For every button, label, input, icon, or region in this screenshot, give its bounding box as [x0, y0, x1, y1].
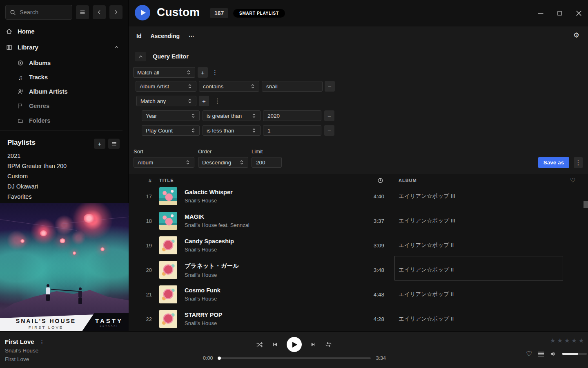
rule-field-select[interactable]: Year: [142, 110, 200, 121]
star-icon[interactable]: ★: [579, 337, 584, 344]
artist-icon: [17, 88, 24, 95]
volume-slider[interactable]: [562, 353, 587, 355]
column-favorite[interactable]: ♡: [562, 177, 588, 184]
play-icon: [141, 10, 146, 16]
rule-field-select[interactable]: Album Artist: [136, 81, 196, 92]
playlist-item-custom[interactable]: Custom: [7, 171, 28, 181]
play-button[interactable]: [287, 337, 302, 352]
now-playing-menu-button[interactable]: ⋮: [39, 339, 45, 345]
volume-button[interactable]: [550, 351, 557, 357]
star-icon[interactable]: ★: [564, 337, 570, 344]
sidebar-item-tracks[interactable]: ♫ Tracks: [0, 71, 128, 83]
previous-button[interactable]: [272, 341, 278, 348]
column-album[interactable]: ALBUM: [399, 178, 562, 183]
playlist-view-button[interactable]: [108, 139, 120, 149]
previous-icon: [272, 341, 278, 348]
back-button[interactable]: [93, 5, 106, 19]
sidebar-item-folders[interactable]: Folders: [0, 114, 128, 127]
seek-thumb[interactable]: [218, 357, 221, 360]
track-number: 20: [129, 267, 152, 273]
track-artist: Snail’s House: [185, 272, 344, 278]
add-rule-button[interactable]: +: [198, 67, 208, 78]
remove-rule-button[interactable]: −: [324, 125, 334, 136]
playlist-item-bpm[interactable]: BPM Greater than 200: [7, 161, 67, 171]
table-row[interactable]: 19 Candy SpaceshipSnail’s House 3:09 エイリ…: [129, 233, 588, 258]
queue-button[interactable]: [537, 351, 545, 357]
elapsed-time: 0:00: [203, 355, 213, 361]
repeat-button[interactable]: [325, 341, 332, 348]
flag-icon: [17, 103, 24, 109]
rule-operator-select[interactable]: contains: [199, 81, 259, 92]
rule-value-input[interactable]: [263, 125, 321, 136]
sidebar-item-genres[interactable]: Genres: [0, 100, 128, 112]
query-editor-collapse-button[interactable]: [135, 52, 146, 61]
sort-field-button[interactable]: Id: [136, 33, 141, 39]
rule-operator-select[interactable]: is less than: [203, 125, 261, 136]
table-row[interactable]: 17 Galactic WhisperSnail’s House 4:40 エイ…: [129, 187, 588, 209]
chevron-up-icon: [114, 45, 119, 50]
sidebar-item-album-artists[interactable]: Album Artists: [0, 85, 128, 98]
album-cover-thumb: [159, 310, 177, 328]
sidebar-item-label: Albums: [29, 60, 51, 66]
group-menu-button[interactable]: ⋮: [214, 98, 220, 104]
seek-slider[interactable]: [218, 357, 370, 359]
add-playlist-button[interactable]: +: [94, 139, 105, 149]
table-row[interactable]: 20 プラネット・ガールSnail’s House 3:48 エイリアン☆ポップ…: [129, 258, 588, 282]
track-duration: 4:48: [344, 292, 384, 298]
rule-field-select[interactable]: Play Count: [142, 125, 200, 136]
track-artist: Snail’s House: [185, 296, 344, 302]
maximize-icon: [557, 11, 562, 16]
limit-input[interactable]: [252, 157, 282, 168]
group-menu-button[interactable]: ⋮: [212, 69, 218, 75]
remove-rule-button[interactable]: −: [324, 110, 334, 121]
menu-button[interactable]: [76, 5, 89, 19]
sort-direction-button[interactable]: Ascending: [150, 33, 180, 39]
sidebar-item-home[interactable]: Home: [0, 25, 128, 37]
star-icon[interactable]: ★: [557, 337, 562, 344]
column-duration[interactable]: [343, 177, 384, 184]
shuffle-button[interactable]: [256, 341, 263, 348]
figure-silhouette: [78, 287, 82, 304]
table-row[interactable]: 18 MAGIKSnail’s House feat. Sennzai 3:37…: [129, 209, 588, 233]
track-duration: 3:37: [344, 218, 384, 224]
next-button[interactable]: [310, 341, 316, 348]
save-menu-button[interactable]: ⋮: [574, 157, 583, 168]
playlist-item-2021[interactable]: 2021: [7, 150, 20, 161]
maximize-button[interactable]: [556, 10, 563, 17]
rule-operator-select[interactable]: is greater than: [203, 110, 261, 121]
now-playing-album-art[interactable]: SNAIL'S HOUSE FIRST LOVE TASTY ΞΞΤΛΛΧΙ: [0, 203, 129, 331]
close-button[interactable]: [575, 9, 583, 17]
save-as-button[interactable]: Save as: [538, 157, 569, 168]
remove-rule-button[interactable]: −: [325, 81, 335, 92]
more-options-button[interactable]: ⋯: [189, 33, 195, 39]
scrollbar-thumb[interactable]: [584, 201, 588, 208]
sidebar-item-albums[interactable]: Albums: [0, 57, 128, 69]
music-note-icon: ♫: [17, 74, 24, 81]
match-mode-select-2[interactable]: Match any: [136, 96, 196, 106]
playlist-item-dj-okawari[interactable]: DJ Okawari: [7, 181, 38, 191]
forward-button[interactable]: [109, 5, 122, 19]
rule-value-input[interactable]: [262, 81, 323, 92]
favorite-button[interactable]: ♡: [526, 350, 532, 357]
minimize-button[interactable]: [537, 10, 544, 17]
track-album: エイリアン☆ポップ II: [399, 242, 562, 249]
sidebar-item-library[interactable]: Library: [0, 41, 128, 53]
track-number: 17: [129, 193, 152, 200]
order-select[interactable]: Descending: [198, 157, 248, 168]
star-icon[interactable]: ★: [571, 337, 577, 344]
search-input[interactable]: Search: [5, 5, 72, 20]
column-title[interactable]: TITLE: [159, 178, 343, 183]
settings-gear-icon[interactable]: ⚙: [573, 32, 579, 39]
play-playlist-button[interactable]: [135, 5, 150, 20]
table-row[interactable]: 22 STARRY POPSnail’s House 4:28 エイリアン☆ポッ…: [129, 307, 588, 331]
plus-icon: +: [202, 98, 206, 105]
star-icon[interactable]: ★: [550, 337, 555, 344]
table-row[interactable]: 21 Cosmo FunkSnail’s House 4:48 エイリアン☆ポッ…: [129, 282, 588, 307]
add-rule-button[interactable]: +: [199, 96, 209, 106]
rule-value-input[interactable]: [263, 110, 321, 121]
column-number[interactable]: #: [129, 177, 152, 184]
sort-select[interactable]: Album: [134, 157, 194, 168]
sidebar-divider: [0, 130, 122, 130]
match-mode-select-1[interactable]: Match all: [133, 67, 195, 78]
playlist-item-favorites[interactable]: Favorites: [7, 191, 32, 202]
